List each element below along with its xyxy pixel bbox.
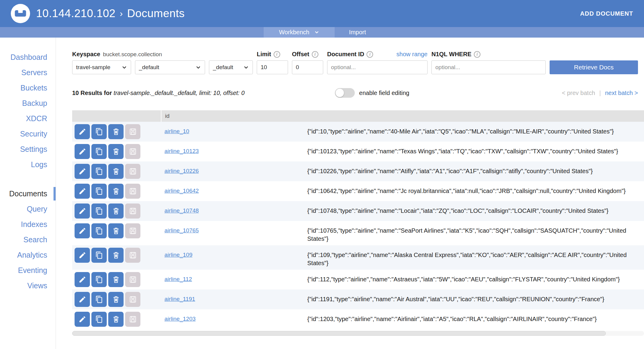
document-id-link[interactable]: airline_109 (164, 252, 192, 258)
sidebar-item-dashboard[interactable]: Dashboard (0, 50, 56, 65)
chevron-down-icon (314, 30, 319, 35)
delete-document-button[interactable] (108, 184, 124, 199)
bucket-select[interactable]: travel-sample (72, 60, 131, 74)
copy-document-button[interactable] (91, 223, 107, 238)
delete-document-button[interactable] (108, 144, 124, 159)
document-id-link[interactable]: airline_1203 (164, 316, 196, 322)
breadcrumb-server: 10.144.210.102 (36, 7, 115, 20)
pencil-icon (78, 276, 86, 283)
copy-document-button[interactable] (91, 204, 107, 219)
delete-document-button[interactable] (108, 204, 124, 219)
document-id-link[interactable]: airline_112 (164, 276, 192, 282)
couchbase-logo-icon (11, 4, 30, 23)
edit-document-button[interactable] (75, 248, 90, 263)
retrieve-docs-button[interactable]: Retrieve Docs (550, 60, 638, 74)
add-document-button[interactable]: ADD DOCUMENT (580, 10, 633, 17)
tab-import[interactable]: Import (335, 27, 380, 38)
save-document-button (125, 124, 140, 139)
document-json-cell: {"id":10765,"type":"airline","name":"Sea… (307, 223, 633, 243)
floppy-disk-icon (129, 315, 137, 323)
document-id-link[interactable]: airline_10226 (164, 168, 199, 174)
sidebar-item-backup[interactable]: Backup (0, 96, 56, 111)
copy-document-button[interactable] (91, 124, 107, 139)
sidebar-item-xdcr[interactable]: XDCR (0, 111, 56, 126)
document-id-label: Document ID (327, 51, 373, 58)
table-row: airline_10226 {"id":10226,"type":"airlin… (72, 161, 644, 181)
sidebar: Dashboard Servers Buckets Backup XDCR Se… (0, 38, 56, 349)
show-range-link[interactable]: show range (397, 51, 428, 58)
copy-document-button[interactable] (91, 184, 107, 199)
copy-icon (95, 128, 103, 136)
sidebar-item-indexes[interactable]: Indexes (0, 217, 56, 232)
info-icon[interactable] (474, 51, 480, 58)
breadcrumb-separator: › (120, 8, 123, 19)
delete-document-button[interactable] (108, 124, 124, 139)
offset-input[interactable] (292, 60, 323, 74)
sidebar-item-servers[interactable]: Servers (0, 65, 56, 80)
edit-document-button[interactable] (75, 272, 90, 287)
edit-document-button[interactable] (75, 124, 90, 139)
results-bar: 10 Results for travel-sample._default._d… (72, 88, 644, 98)
sidebar-item-analytics[interactable]: Analytics (0, 247, 56, 263)
copy-document-button[interactable] (91, 272, 107, 287)
edit-document-button[interactable] (75, 164, 90, 179)
info-icon[interactable] (312, 51, 318, 58)
sidebar-item-settings[interactable]: Settings (0, 142, 56, 157)
edit-document-button[interactable] (75, 292, 90, 307)
prev-batch-link[interactable]: < prev batch (562, 90, 595, 96)
row-actions (72, 144, 161, 159)
sidebar-item-views[interactable]: Views (0, 278, 56, 293)
tab-workbench[interactable]: Workbench (264, 27, 335, 38)
sidebar-item-logs[interactable]: Logs (0, 157, 56, 172)
document-id-link[interactable]: airline_10642 (164, 188, 199, 194)
keyspace-label: Keyspace bucket.scope.collection (72, 51, 253, 58)
edit-document-button[interactable] (75, 184, 90, 199)
delete-document-button[interactable] (108, 223, 124, 238)
floppy-disk-icon (129, 187, 137, 195)
document-id-link[interactable]: airline_10 (164, 128, 189, 134)
row-actions (72, 164, 161, 179)
scope-select[interactable]: _default (135, 60, 205, 74)
sidebar-item-query[interactable]: Query (0, 201, 56, 217)
copy-document-button[interactable] (91, 248, 107, 263)
table-row: airline_112 {"id":112,"type":"airline","… (72, 270, 644, 289)
delete-document-button[interactable] (108, 164, 124, 179)
sidebar-item-buckets[interactable]: Buckets (0, 80, 56, 96)
next-batch-link[interactable]: next batch > (605, 90, 638, 96)
delete-document-button[interactable] (108, 312, 124, 327)
sidebar-item-eventing[interactable]: Eventing (0, 263, 56, 278)
info-icon[interactable] (274, 51, 280, 58)
sidebar-item-documents[interactable]: Documents (0, 186, 56, 201)
edit-document-button[interactable] (75, 144, 90, 159)
delete-document-button[interactable] (108, 272, 124, 287)
sidebar-item-search[interactable]: Search (0, 232, 56, 247)
sidebar-item-security[interactable]: Security (0, 126, 56, 142)
chevron-down-icon (195, 65, 201, 70)
enable-field-editing-label: enable field editing (359, 90, 409, 96)
copy-document-button[interactable] (91, 164, 107, 179)
enable-field-editing-toggle[interactable] (335, 88, 355, 98)
info-icon[interactable] (366, 51, 373, 58)
limit-input[interactable] (257, 60, 288, 74)
copy-document-button[interactable] (91, 144, 107, 159)
copy-document-button[interactable] (91, 312, 107, 327)
main-panel: Keyspace bucket.scope.collection travel-… (56, 38, 644, 349)
document-id-input[interactable] (327, 60, 428, 74)
edit-document-button[interactable] (75, 312, 90, 327)
edit-document-button[interactable] (75, 204, 90, 219)
edit-document-button[interactable] (75, 223, 90, 238)
horizontal-scrollbar[interactable] (72, 331, 644, 336)
document-id-link[interactable]: airline_10748 (164, 207, 199, 214)
delete-document-button[interactable] (108, 292, 124, 307)
n1ql-where-input[interactable] (431, 60, 546, 74)
scrollbar-thumb[interactable] (72, 331, 606, 336)
delete-document-button[interactable] (108, 248, 124, 263)
document-id-cell: airline_1191 (161, 292, 307, 307)
floppy-disk-icon (129, 295, 137, 303)
collection-select[interactable]: _default (209, 60, 253, 74)
copy-document-button[interactable] (91, 292, 107, 307)
document-id-link[interactable]: airline_10765 (164, 227, 199, 234)
breadcrumb: 10.144.210.102 › Documents (36, 7, 185, 20)
document-id-link[interactable]: airline_10123 (164, 148, 199, 154)
document-id-link[interactable]: airline_1191 (164, 296, 195, 302)
